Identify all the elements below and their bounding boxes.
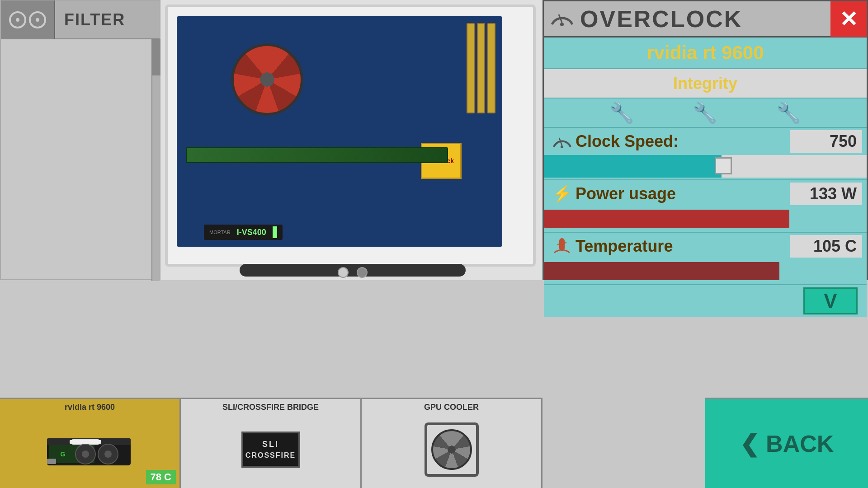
temperature-label: Temperature (576, 237, 790, 256)
oc-footer: V (544, 285, 867, 317)
ram-slot-2 (477, 23, 485, 113)
oc-integrity-row: Integrity (544, 69, 867, 99)
sli-card: SLI CROSSFIRE (241, 432, 300, 468)
oc-power-row: ⚡ Power usage 133 W (544, 180, 867, 207)
gpu-fan-icon (9, 11, 46, 28)
clock-slider[interactable] (544, 155, 867, 178)
svg-point-0 (560, 23, 564, 26)
dot-2 (357, 267, 368, 278)
fan-circle-right (29, 11, 46, 28)
oc-clock-section: Clock Speed: 750 (544, 128, 867, 180)
pc-view: mSRock MORTAR I-VS400 (160, 0, 545, 280)
psu-brand: MORTAR (209, 230, 231, 235)
sli-text: SLI (262, 440, 279, 449)
gpu-card (186, 147, 448, 163)
oc-clock-row: Clock Speed: 750 (544, 128, 867, 155)
cooler-item-label: GPU COOLER (424, 403, 479, 412)
clock-speed-value: 750 (790, 130, 862, 153)
oc-wrench-row: 🔧 🔧 🔧 (544, 99, 867, 128)
dot-1 (338, 267, 349, 278)
svg-point-2 (561, 145, 563, 148)
scroll-thumb[interactable] (152, 39, 160, 75)
confirm-button[interactable]: V (803, 287, 858, 314)
power-bar (544, 207, 867, 230)
speedometer-icon (544, 1, 580, 37)
oc-gpu-name: rvidia rt 9600 (544, 38, 867, 69)
filter-bar: FILTER (1, 1, 160, 39)
pc-case: mSRock MORTAR I-VS400 (165, 5, 536, 267)
clock-slider-fill (544, 155, 722, 178)
power-icon: ⚡ (548, 184, 576, 203)
clock-speed-label: Clock Speed: (576, 132, 790, 151)
fan-circle-left (9, 11, 26, 28)
cooler-card (425, 422, 479, 477)
inventory-bar: rvidia rt 9600 G (0, 398, 542, 488)
motherboard: mSRock MORTAR I-VS400 (177, 16, 502, 247)
ram-area (467, 23, 495, 113)
svg-rect-15 (47, 459, 56, 464)
integrity-label: Integrity (673, 74, 737, 93)
power-value: 133 W (790, 183, 862, 205)
inventory-item-sli[interactable]: SLI/CROSSFIRE BRIDGE SLI CROSSFIRE (181, 399, 362, 488)
psu-model: I-VS400 (234, 227, 269, 238)
temp-bar (544, 260, 867, 282)
left-sidebar: FILTER (0, 0, 160, 280)
inventory-item-cooler[interactable]: GPU COOLER (362, 399, 542, 488)
temperature-value: 105 C (790, 235, 862, 258)
sidebar-scroll[interactable] (151, 39, 160, 281)
overclock-panel: OVERCLOCK ✕ rvidia rt 9600 Integrity 🔧 🔧… (542, 0, 868, 280)
power-label: Power usage (576, 184, 790, 203)
oc-temp-row: Temperature 105 C (544, 233, 867, 260)
cooler-fan (431, 429, 472, 470)
clock-speed-icon (548, 131, 576, 152)
wrench-icon-3[interactable]: 🔧 (776, 101, 801, 125)
svg-point-14 (104, 450, 112, 458)
oc-temp-section: Temperature 105 C (544, 233, 867, 285)
sli-item-image: SLI CROSSFIRE (241, 414, 300, 484)
svg-rect-4 (559, 238, 565, 251)
cooler-item-image (425, 414, 479, 484)
oc-header: OVERCLOCK ✕ (544, 1, 867, 38)
psu-label: MORTAR I-VS400 (204, 225, 283, 240)
motherboard-fan (231, 43, 303, 116)
wrench-icon-2[interactable]: 🔧 (693, 101, 717, 125)
temp-bar-fill (544, 262, 779, 280)
gpu-icon-box (1, 0, 55, 39)
gpu-item-label: rvidia rt 9600 (65, 403, 115, 412)
sli-item-label: SLI/CROSSFIRE BRIDGE (222, 403, 319, 412)
svg-point-12 (82, 450, 89, 458)
gpu-temp-badge: 78 C (146, 470, 176, 484)
svg-text:G: G (60, 450, 65, 458)
wrench-icon-1[interactable]: 🔧 (609, 101, 634, 125)
power-bar-fill (544, 210, 789, 228)
ram-slot-1 (467, 23, 475, 113)
back-button[interactable]: ❮ BACK (705, 398, 868, 488)
overclock-title: OVERCLOCK (580, 5, 830, 33)
clock-slider-thumb[interactable] (715, 157, 732, 174)
close-button[interactable]: ✕ (830, 1, 867, 37)
crossfire-text: CROSSFIRE (245, 451, 296, 460)
inventory-item-gpu[interactable]: rvidia rt 9600 G (0, 399, 181, 488)
dots-row (338, 267, 368, 278)
temperature-icon (548, 237, 576, 255)
filter-label[interactable]: FILTER (55, 10, 125, 29)
svg-rect-10 (70, 440, 101, 444)
oc-power-section: ⚡ Power usage 133 W (544, 180, 867, 233)
ram-slot-3 (487, 23, 495, 113)
psu-indicator (273, 226, 277, 238)
gpu-item-image: G (45, 414, 135, 484)
